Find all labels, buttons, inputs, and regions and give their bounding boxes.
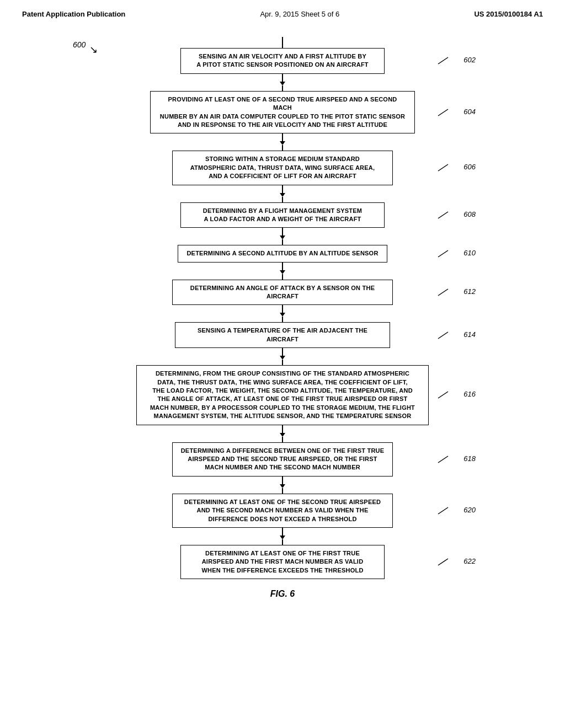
step-ref-616: 616	[436, 389, 476, 400]
step-row-608: DETERMINING BY A FLIGHT MANAGEMENT SYSTE…	[89, 202, 476, 228]
step-row-620: DETERMINING AT LEAST ONE OF THE SECOND T…	[89, 494, 476, 528]
step-ref-622: 622	[436, 556, 476, 568]
step-ref-620: 620	[436, 505, 476, 516]
svg-line-3	[438, 212, 448, 218]
top-ref-label: 600	[73, 40, 86, 49]
header-right: US 2015/0100184 A1	[474, 10, 543, 18]
svg-line-8	[438, 456, 448, 463]
step-ref-618: 618	[436, 454, 476, 465]
step-box-622: DETERMINING AT LEAST ONE OF THE FIRST TR…	[180, 545, 385, 579]
svg-line-1	[438, 109, 448, 116]
header-left: Patent Application Publication	[22, 10, 125, 18]
step-box-614: SENSING A TEMPERATURE OF THE AIR ADJACEN…	[175, 322, 390, 348]
step-box-610: DETERMINING A SECOND ALTITUDE BY AN ALTI…	[178, 245, 387, 262]
step-ref-608: 608	[436, 210, 476, 221]
step-ref-610: 610	[436, 248, 476, 259]
step-row-604: PROVIDING AT LEAST ONE OF A SECOND TRUE …	[89, 91, 476, 134]
flow-wrap: 600 ↘ SENSING AN AIR VELOCITY AND A FIRS…	[89, 35, 476, 599]
svg-line-0	[438, 57, 448, 64]
step-row-602: SENSING AN AIR VELOCITY AND A FIRST ALTI…	[89, 48, 476, 74]
svg-line-2	[438, 164, 448, 171]
step-box-606: STORING WITHIN A STORAGE MEDIUM STANDARD…	[172, 151, 393, 185]
figure-label: FIG. 6	[270, 589, 295, 599]
step-box-616: DETERMINING, FROM THE GROUP CONSISTING O…	[136, 365, 429, 425]
step-box-608: DETERMINING BY A FLIGHT MANAGEMENT SYSTE…	[180, 202, 385, 228]
svg-line-10	[438, 559, 448, 565]
step-ref-606: 606	[436, 162, 476, 173]
step-row-606: STORING WITHIN A STORAGE MEDIUM STANDARD…	[89, 151, 476, 185]
step-row-612: DETERMINING AN ANGLE OF ATTACK BY A SENS…	[89, 280, 476, 306]
header-center: Apr. 9, 2015 Sheet 5 of 6	[260, 10, 339, 18]
step-box-620: DETERMINING AT LEAST ONE OF THE SECOND T…	[172, 494, 393, 528]
step-box-612: DETERMINING AN ANGLE OF ATTACK BY A SENS…	[172, 280, 393, 306]
step-ref-614: 614	[436, 330, 476, 341]
svg-line-6	[438, 332, 448, 339]
diagram-container: 600 ↘ SENSING AN AIR VELOCITY AND A FIRS…	[0, 24, 565, 615]
svg-line-4	[438, 250, 448, 257]
step-row-610: DETERMINING A SECOND ALTITUDE BY AN ALTI…	[89, 245, 476, 262]
step-row-622: DETERMINING AT LEAST ONE OF THE FIRST TR…	[89, 545, 476, 579]
step-box-602: SENSING AN AIR VELOCITY AND A FIRST ALTI…	[180, 48, 385, 74]
svg-line-9	[438, 507, 448, 514]
step-ref-602: 602	[436, 55, 476, 66]
page-header: Patent Application Publication Apr. 9, 2…	[0, 0, 565, 24]
step-row-616: DETERMINING, FROM THE GROUP CONSISTING O…	[89, 365, 476, 425]
step-ref-604: 604	[436, 107, 476, 118]
svg-line-5	[438, 289, 448, 296]
step-ref-612: 612	[436, 287, 476, 298]
step-row-618: DETERMINING A DIFFERENCE BETWEEN ONE OF …	[89, 442, 476, 477]
svg-line-7	[438, 392, 448, 398]
step-box-618: DETERMINING A DIFFERENCE BETWEEN ONE OF …	[172, 442, 393, 477]
step-row-614: SENSING A TEMPERATURE OF THE AIR ADJACEN…	[89, 322, 476, 348]
step-box-604: PROVIDING AT LEAST ONE OF A SECOND TRUE …	[150, 91, 415, 134]
